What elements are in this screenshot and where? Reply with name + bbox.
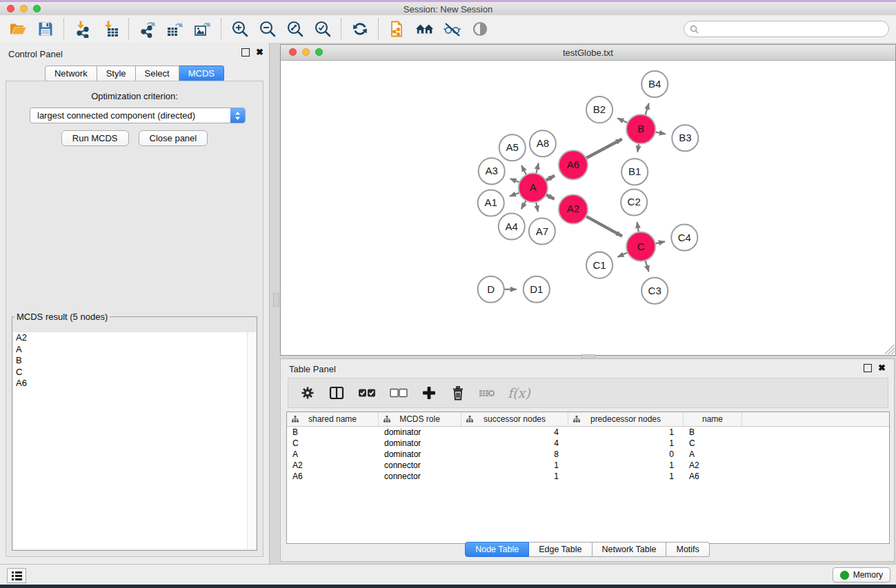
float-panel-icon[interactable] <box>241 48 250 57</box>
graph-node-B[interactable]: B <box>626 114 655 143</box>
graph-node-A2[interactable]: A2 <box>559 194 588 223</box>
graph-node-A[interactable]: A <box>519 173 548 202</box>
table-cell[interactable]: connector <box>379 472 461 481</box>
delete-column-icon[interactable] <box>450 385 466 401</box>
graph-node-C3[interactable]: C3 <box>641 278 668 304</box>
save-session-icon[interactable] <box>36 19 55 39</box>
table-cell[interactable]: A6 <box>287 472 379 481</box>
table-cell[interactable]: 1 <box>461 460 568 470</box>
graph-node-B3[interactable]: B3 <box>672 125 698 151</box>
table-row[interactable]: Adominator80A <box>287 449 889 460</box>
tab-style[interactable]: Style <box>97 65 136 81</box>
graph-node-A6[interactable]: A6 <box>559 150 588 179</box>
column-header-successor-nodes[interactable]: successor nodes <box>461 412 568 426</box>
tab-select[interactable]: Select <box>136 65 179 81</box>
graph-node-A7[interactable]: A7 <box>529 219 555 245</box>
graph-node-C4[interactable]: C4 <box>671 225 697 251</box>
open-session-icon[interactable] <box>8 19 28 39</box>
import-network-icon[interactable] <box>73 19 92 39</box>
resize-grip[interactable] <box>885 345 895 354</box>
table-cell[interactable]: 1 <box>568 438 684 448</box>
tab-edge-table[interactable]: Edge Table <box>529 542 592 557</box>
graph-edge-A6-B[interactable] <box>586 139 622 159</box>
network-graph[interactable]: B4B2BB3A8A5A6A3B1AC2A1A2A4A7C4CC1C3DD1 <box>281 61 895 355</box>
graph-node-A8[interactable]: A8 <box>530 130 556 156</box>
list-scrollbar[interactable] <box>247 332 256 549</box>
table-cell[interactable]: A2 <box>287 460 379 470</box>
tab-motifs[interactable]: Motifs <box>666 542 709 557</box>
mcds-result-item[interactable]: A <box>13 344 256 356</box>
graph-node-B4[interactable]: B4 <box>641 71 668 97</box>
table-row[interactable]: Cdominator41C <box>287 438 889 449</box>
mcds-result-item[interactable]: C <box>13 367 256 378</box>
optimization-criterion-dropdown[interactable]: largest connected component (directed) <box>30 108 246 123</box>
graph-edge-A-A2[interactable] <box>546 194 554 199</box>
graph-edge-C-C2[interactable] <box>637 222 639 232</box>
table-cell[interactable]: connector <box>379 460 461 470</box>
deselect-all-columns-icon[interactable] <box>389 385 408 401</box>
table-cell[interactable]: 0 <box>568 449 684 459</box>
graph-node-D[interactable]: D <box>478 276 504 303</box>
new-network-from-selection-icon[interactable] <box>388 19 407 39</box>
close-panel-icon[interactable]: ✖ <box>256 49 263 56</box>
show-graphics-details-icon[interactable] <box>470 19 490 39</box>
graph-node-B2[interactable]: B2 <box>586 97 613 123</box>
graph-edge-A-A7[interactable] <box>536 202 538 212</box>
mcds-result-item[interactable]: A6 <box>13 378 256 389</box>
graph-edge-B-B1[interactable] <box>637 143 639 152</box>
table-row[interactable]: A2connector11A2 <box>287 460 889 471</box>
column-header-shared-name[interactable]: shared name <box>287 412 379 426</box>
tab-network[interactable]: Network <box>45 65 97 81</box>
table-cell[interactable]: dominator <box>379 438 461 448</box>
tab-network-table[interactable]: Network Table <box>593 542 667 557</box>
mcds-result-item[interactable]: B <box>13 355 256 367</box>
table-cell[interactable]: B <box>287 427 379 437</box>
graph-node-C1[interactable]: C1 <box>586 252 613 278</box>
table-cell[interactable]: C <box>287 438 379 448</box>
table-cell[interactable]: A <box>684 449 742 459</box>
column-header-name[interactable]: name <box>684 412 742 426</box>
graph-node-A4[interactable]: A4 <box>499 213 525 239</box>
add-column-icon[interactable] <box>421 385 437 401</box>
graph-edge-B-B2[interactable] <box>617 118 628 123</box>
settings-gear-icon[interactable] <box>299 385 316 401</box>
graph-edge-A-A1[interactable] <box>510 193 519 196</box>
mcds-result-item[interactable]: A2 <box>13 332 256 344</box>
graph-edge-B-B4[interactable] <box>645 103 648 115</box>
tab-mcds[interactable]: MCDS <box>179 65 224 81</box>
table-cell[interactable]: A2 <box>684 460 742 470</box>
graph-edge-C-C1[interactable] <box>618 252 628 256</box>
graph-edge-B-B3[interactable] <box>655 132 666 134</box>
export-table-icon[interactable] <box>166 19 185 39</box>
network-canvas[interactable]: B4B2BB3A8A5A6A3B1AC2A1A2A4A7C4CC1C3DD1 <box>281 61 895 355</box>
graph-node-C[interactable]: C <box>626 232 655 261</box>
table-cell[interactable]: A <box>287 449 379 459</box>
table-row[interactable]: Bdominator41B <box>287 427 889 438</box>
table-cell[interactable]: A6 <box>684 472 742 481</box>
zoom-out-icon[interactable] <box>258 19 277 39</box>
graph-node-C2[interactable]: C2 <box>621 189 647 215</box>
zoom-in-icon[interactable] <box>230 19 250 39</box>
home-icon[interactable] <box>415 19 435 39</box>
table-cell[interactable]: 4 <box>461 438 568 448</box>
zoom-actual-size-icon[interactable] <box>286 19 305 39</box>
graph-edge-A-A8[interactable] <box>536 163 538 174</box>
graph-node-A5[interactable]: A5 <box>499 134 526 161</box>
close-panel-button[interactable]: Close panel <box>139 130 208 146</box>
tab-node-table[interactable]: Node Table <box>465 542 529 557</box>
column-header-MCDS-role[interactable]: MCDS role <box>379 412 461 426</box>
apply-layout-icon[interactable] <box>350 19 370 39</box>
vertical-scrollbar-thumb[interactable] <box>273 293 279 307</box>
graph-edge-A-A3[interactable] <box>510 179 520 182</box>
export-network-icon[interactable] <box>138 19 157 39</box>
select-all-columns-icon[interactable] <box>357 385 377 401</box>
table-cell[interactable]: B <box>684 427 742 437</box>
graph-edge-A-A6[interactable] <box>546 176 555 181</box>
hide-graphics-details-icon[interactable] <box>443 19 462 39</box>
table-cell[interactable]: 1 <box>461 472 568 481</box>
task-history-button[interactable] <box>7 568 26 583</box>
graph-node-A1[interactable]: A1 <box>478 190 504 216</box>
graph-node-B1[interactable]: B1 <box>621 159 648 185</box>
graph-edge-C-C4[interactable] <box>655 241 665 243</box>
table-row[interactable]: A6connector11A6 <box>287 471 889 482</box>
